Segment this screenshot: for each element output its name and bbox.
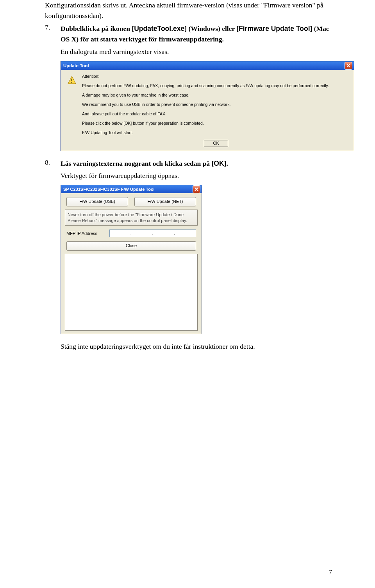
dialog1-line5: Please click the below [OK] button if yo… bbox=[82, 121, 350, 126]
ok-button[interactable]: OK bbox=[204, 140, 228, 147]
step-7-number: 7. bbox=[45, 23, 61, 57]
warning-icon bbox=[67, 75, 77, 85]
dialog2-title: SP C231SF/C232SF/C301SF F/W Update Tool bbox=[63, 187, 193, 192]
dialog1-body: Attention: Please do not perform F/W upd… bbox=[61, 70, 354, 151]
svg-rect-1 bbox=[71, 82, 72, 83]
after-step8-text: Stäng inte uppdateringsverktyget om du i… bbox=[61, 341, 336, 352]
step-8-line2: Verktyget för firmwareuppdatering öppnas… bbox=[61, 170, 336, 181]
intro-paragraph: Konfigurationssidan skrivs ut. Anteckna … bbox=[45, 0, 336, 21]
fw-update-usb-button[interactable]: F/W Update (USB) bbox=[66, 197, 128, 206]
close-icon[interactable] bbox=[345, 62, 352, 70]
dialog1-titlebar: Update Tool bbox=[61, 61, 354, 70]
step-7-content: Dubbelklicka på ikonen [UpdateTool.exe] … bbox=[61, 23, 336, 57]
dialog2-titlebar: SP C231SF/C232SF/C301SF F/W Update Tool bbox=[61, 185, 202, 193]
step-7: 7. Dubbelklicka på ikonen [UpdateTool.ex… bbox=[45, 23, 336, 57]
step-8-number: 8. bbox=[45, 158, 61, 181]
close-button[interactable]: Close bbox=[66, 241, 196, 251]
step-7-line2: En dialogruta med varningstexter visas. bbox=[61, 47, 336, 57]
dialog1-line6: F/W Updating Tool will start. bbox=[82, 130, 350, 135]
ip-address-label: MFP IP Address: bbox=[66, 231, 109, 236]
svg-rect-0 bbox=[71, 79, 72, 81]
fw-update-net-button[interactable]: F/W Update (NET) bbox=[134, 197, 196, 206]
dialog1-line1: Please do not perform F/W updating, FAX,… bbox=[82, 83, 350, 88]
step-8: 8. Läs varningstexterna noggrant och kli… bbox=[45, 158, 336, 181]
dialog1-line4: And, please pull out the modular cable o… bbox=[82, 111, 350, 117]
ip-address-input[interactable]: . . . bbox=[109, 229, 196, 237]
step-8-content: Läs varningstexterna noggrant och klicka… bbox=[61, 158, 336, 181]
dialog2-body: F/W Update (USB) F/W Update (NET) Never … bbox=[61, 193, 202, 334]
dialog1-attention: Attention: bbox=[82, 74, 350, 79]
close-icon[interactable] bbox=[193, 185, 200, 193]
page-number: 7 bbox=[329, 568, 332, 576]
dialog1-line2: A damage may be given to your machine in… bbox=[82, 93, 350, 98]
dialog1-title: Update Tool bbox=[63, 63, 345, 68]
dialog1-line3: We recommend you to use USB in order to … bbox=[82, 102, 350, 107]
dialog2-message: Never turn off the power before the "Fir… bbox=[65, 210, 198, 226]
dialog1-text: Attention: Please do not perform F/W upd… bbox=[82, 74, 350, 147]
log-textarea[interactable] bbox=[65, 254, 198, 331]
fw-update-tool-dialog: SP C231SF/C232SF/C301SF F/W Update Tool … bbox=[61, 185, 202, 335]
update-tool-dialog: Update Tool Attention: Please do not per… bbox=[61, 61, 354, 151]
